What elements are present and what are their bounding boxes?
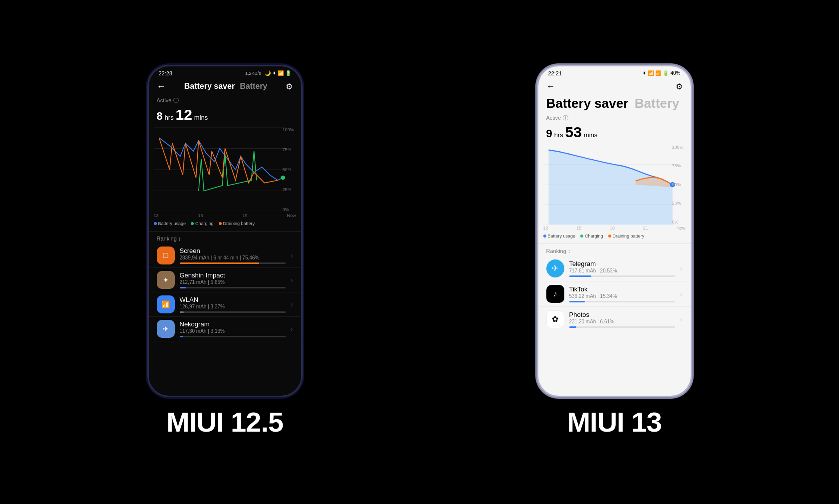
nekogram-icon: ✈ (157, 320, 175, 338)
telegram-chevron: › (680, 264, 683, 272)
left-chart-area: 100% 75% 50% 25% 0% (154, 127, 296, 212)
left-phone-section: 22:28 1,2KB/s 🌙 ✦ 📶 🔋 ← Battery saver Ba… (149, 66, 301, 438)
left-app-genshin[interactable]: ✦ Genshin Impact 212,71 mAh | 5,65% › (149, 268, 301, 292)
tiktok-bar-container (569, 301, 675, 302)
right-signal-icon: 📶 (648, 70, 654, 76)
screen-chevron: › (291, 252, 293, 259)
telegram-info: Telegram 717,61 mAh | 20.53% (569, 260, 675, 277)
telegram-name: Telegram (569, 260, 675, 267)
left-status-icons: 1,2KB/s 🌙 ✦ 📶 🔋 (245, 70, 291, 76)
left-back-button[interactable]: ← (157, 81, 166, 92)
photos-info: Photos 231,20 mAh | 6.61% (569, 311, 675, 328)
right-app-tiktok[interactable]: ♪ TikTok 536,22 mAh | 15.34% › (538, 281, 691, 307)
right-active-label: Active ⓘ (538, 113, 691, 124)
right-battery-tab[interactable]: Battery (635, 96, 680, 111)
wlan-bar (180, 311, 184, 313)
right-legend: Battery usage Charging Draining battery (538, 231, 691, 242)
left-draining-legend: Draining battery (219, 221, 255, 226)
telegram-bar (569, 275, 592, 277)
draining-dot (219, 222, 222, 225)
left-settings-icon[interactable]: ⚙ (286, 82, 293, 91)
left-chart-x-labels: 13 16 19 Now (149, 212, 301, 218)
right-chart-svg (543, 145, 686, 225)
nekogram-name: Nekogram (180, 320, 286, 328)
nekogram-chevron: › (291, 325, 293, 333)
nekogram-stats: 117,30 mAh | 3,13% (180, 328, 286, 334)
left-app-nekogram[interactable]: ✈ Nekogram 117,30 mAh | 3,13% › (149, 317, 301, 341)
right-app-photos[interactable]: ✿ Photos 231,20 mAh | 6.61% › (538, 307, 691, 332)
tiktok-chevron: › (680, 290, 683, 298)
comparison-container: 22:28 1,2KB/s 🌙 ✦ 📶 🔋 ← Battery saver Ba… (0, 0, 839, 504)
left-speed: 1,2KB/s (245, 71, 261, 76)
right-time: 22:21 (548, 70, 562, 76)
tiktok-info: TikTok 536,22 mAh | 15.34% (569, 285, 675, 302)
left-ranking-header: Ranking ↕ (149, 234, 301, 244)
wlan-name: WLAN (180, 296, 286, 303)
genshin-info: Genshin Impact 212,71 mAh | 5,65% (180, 271, 286, 288)
nekogram-bar (180, 336, 183, 337)
right-bluetooth-icon: ✦ (642, 70, 646, 76)
left-battery-saver-tab[interactable]: Battery saver (184, 82, 235, 91)
genshin-name: Genshin Impact (180, 271, 286, 279)
right-settings-icon[interactable]: ⚙ (676, 82, 683, 91)
left-chart-y-labels: 100% 75% 50% 25% 0% (282, 127, 294, 212)
tiktok-bar (569, 301, 585, 302)
wlan-chevron: › (291, 300, 293, 308)
right-phone-label: MIUI 13 (567, 406, 661, 438)
left-charging-legend: Charging (191, 221, 214, 226)
genshin-chevron: › (291, 276, 293, 284)
genshin-bar-container (180, 287, 286, 288)
photos-chevron: › (680, 315, 683, 323)
wlan-stats: 126,97 mAh | 3,37% (180, 304, 286, 309)
left-chart-svg (154, 127, 296, 212)
nekogram-bar-container (180, 336, 286, 337)
telegram-bar-container (569, 275, 675, 277)
wlan-icon: 📶 (157, 295, 175, 313)
right-status-bar: 22:21 ✦ 📶 📶 🔋 40% (538, 66, 691, 78)
right-nav-title: Battery saver Battery (538, 96, 691, 113)
left-time: 22:28 (159, 70, 173, 76)
left-status-bar: 22:28 1,2KB/s 🌙 ✦ 📶 🔋 (149, 66, 301, 78)
genshin-stats: 212,71 mAh | 5,65% (180, 279, 286, 285)
right-battery-icon: 🔋 (663, 70, 669, 76)
right-status-icons: ✦ 📶 📶 🔋 40% (642, 70, 680, 76)
right-wifi-icon: 📶 (655, 70, 661, 76)
screen-name: Screen (180, 247, 286, 254)
signal-icon: 🌙 (265, 70, 271, 76)
battery-usage-dot (154, 222, 157, 225)
charging-dot (191, 222, 194, 225)
telegram-stats: 717,61 mAh | 20.53% (569, 268, 675, 273)
left-app-wlan[interactable]: 📶 WLAN 126,97 mAh | 3,37% › (149, 292, 301, 317)
photos-stats: 231,20 mAh | 6.61% (569, 319, 675, 324)
right-back-button[interactable]: ← (546, 81, 555, 92)
left-phone-frame: 22:28 1,2KB/s 🌙 ✦ 📶 🔋 ← Battery saver Ba… (149, 66, 301, 396)
screen-stats: 2839,94 mAh | 6 hr 44 min | 75,46% (180, 255, 286, 260)
left-battery-usage-legend: Battery usage (154, 221, 186, 226)
nekogram-info: Nekogram 117,30 mAh | 3,13% (180, 320, 286, 337)
screen-icon: □ (157, 247, 175, 264)
photos-name: Photos (569, 311, 675, 318)
screen-bar-container (180, 262, 286, 264)
right-chart-y-labels: 100% 75% 50% 25% 0% (672, 145, 683, 225)
screen-info: Screen 2839,94 mAh | 6 hr 44 min | 75,46… (180, 247, 286, 264)
right-top-nav: ← ⚙ (538, 78, 691, 96)
tiktok-icon: ♪ (546, 285, 564, 303)
tiktok-stats: 536,22 mAh | 15.34% (569, 293, 675, 299)
left-legend: Battery usage Charging Draining battery (149, 218, 301, 229)
right-app-telegram[interactable]: ✈ Telegram 717,61 mAh | 20.53% › (538, 256, 691, 281)
screen-bar (180, 262, 259, 264)
left-app-screen[interactable]: □ Screen 2839,94 mAh | 6 hr 44 min | 75,… (149, 244, 301, 268)
left-battery-tab[interactable]: Battery (240, 82, 267, 91)
right-charging-dot (580, 235, 583, 238)
right-phone-frame: 22:21 ✦ 📶 📶 🔋 40% ← ⚙ Battery saver Batt… (538, 66, 691, 396)
wlan-info: WLAN 126,97 mAh | 3,37% (180, 296, 286, 313)
telegram-icon: ✈ (546, 259, 564, 277)
right-chart-area: 100% 75% 50% 25% 0% (543, 145, 686, 225)
genshin-bar (180, 287, 186, 288)
photos-bar-container (569, 326, 675, 328)
right-draining-dot (608, 235, 611, 238)
genshin-icon: ✦ (157, 271, 175, 289)
right-chart-x-labels: 12 15 18 21 Now (538, 225, 691, 231)
left-nav-title: Battery saver Battery (184, 82, 268, 91)
right-battery-saver-tab[interactable]: Battery saver (546, 96, 629, 111)
